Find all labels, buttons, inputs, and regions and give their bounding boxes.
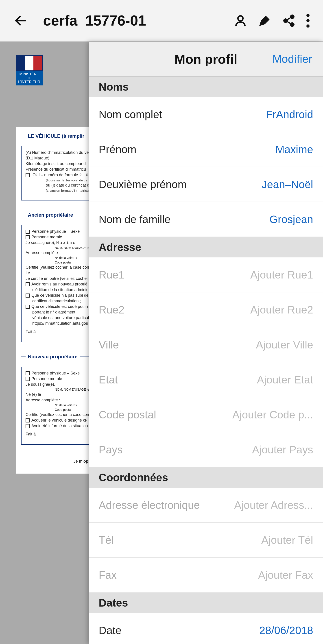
profile-panel: Mon profil Modifier Noms Nom complet FrA… [89, 42, 323, 644]
nouveau-c1-label: Acquérir le véhicule désigné ci- [32, 418, 87, 422]
row-ville[interactable]: Ville Ajouter Ville [89, 328, 323, 362]
vehicle-oui-label: OUI – numéro de formule [32, 173, 78, 177]
profile-icon[interactable] [234, 14, 247, 27]
svg-line-5 [287, 18, 291, 20]
row-value: Ajouter Ville [256, 338, 313, 351]
flag-icon [16, 55, 42, 71]
row-label: Nom complet [99, 108, 162, 121]
share-icon[interactable] [282, 14, 296, 27]
row-label: Tél [99, 534, 114, 546]
row-nom-famille[interactable]: Nom de famille Grosjean [89, 202, 323, 237]
row-label: Date [99, 624, 121, 636]
content-area: MINISTÈRE DE L'INTÉRIEUR CE (à ren LE VÉ… [0, 42, 323, 644]
vehicle-section-text: LE VÉHICULE (à remplir [26, 133, 86, 139]
checkbox-icon[interactable] [26, 230, 30, 234]
row-value: FrAndroid [266, 108, 313, 121]
row-prenom[interactable]: Prénom Maxime [89, 132, 323, 167]
row-value: Ajouter Code p... [232, 408, 313, 421]
row-nom-complet[interactable]: Nom complet FrAndroid [89, 97, 323, 132]
checkbox-icon[interactable] [26, 235, 30, 239]
back-icon[interactable] [14, 14, 28, 28]
profile-panel-title: Mon profil [174, 52, 237, 66]
row-value: Ajouter Rue2 [250, 304, 313, 316]
row-tel[interactable]: Tél Ajouter Tél [89, 523, 323, 558]
ancien-c1-label: Avoir remis au nouveau proprié [32, 282, 88, 286]
checkbox-icon[interactable] [26, 173, 30, 177]
document-title: cerfa_15776-01 [43, 12, 223, 29]
row-value: Ajouter Pays [252, 444, 313, 456]
checkbox-icon[interactable] [26, 305, 30, 309]
checkbox-icon[interactable] [26, 418, 30, 422]
pen-icon[interactable] [258, 14, 272, 27]
section-head-coordonnees: Coordonnées [89, 467, 323, 488]
checkbox-icon[interactable] [26, 377, 30, 381]
row-deuxieme-prenom[interactable]: Deuxième prénom Jean–Noël [89, 167, 323, 202]
section-head-adresse: Adresse [89, 237, 323, 258]
row-label: Pays [99, 444, 123, 456]
nouveau-section-text: Nouveau propriétaire [26, 354, 80, 360]
row-label: Rue2 [99, 304, 124, 316]
checkbox-icon[interactable] [26, 371, 30, 375]
ancien-soussigne-label: Je soussigné(e), [26, 240, 55, 245]
row-label: Prénom [99, 143, 136, 156]
svg-point-1 [238, 16, 243, 21]
row-email[interactable]: Adresse électronique Ajouter Adress... [89, 488, 323, 523]
nouveau-pp-label: Personne physique – Sexe [32, 371, 80, 375]
row-label: Etat [99, 374, 118, 386]
section-head-noms: Noms [89, 77, 323, 97]
modify-button[interactable]: Modifier [272, 52, 312, 66]
overflow-menu-icon[interactable] [306, 14, 310, 28]
row-rue1[interactable]: Rue1 Ajouter Rue1 [89, 258, 323, 292]
svg-point-2 [291, 15, 294, 18]
row-date[interactable]: Date 28/06/2018 [89, 613, 323, 644]
row-value: Ajouter Fax [258, 569, 313, 581]
checkbox-icon[interactable] [26, 294, 30, 298]
row-label: Deuxième prénom [99, 178, 186, 190]
row-label: Adresse électronique [99, 499, 200, 511]
svg-line-6 [287, 22, 291, 24]
profile-panel-header: Mon profil Modifier [89, 42, 323, 77]
row-value: Ajouter Adress... [234, 499, 313, 511]
row-value: Jean–Noël [262, 178, 313, 190]
vehicle-oui-value: 2 0 [79, 173, 89, 177]
ancien-pm-label: Personne morale [32, 235, 62, 239]
ancien-name: Maxime [56, 240, 76, 245]
row-label: Code postal [99, 408, 156, 421]
app-toolbar: cerfa_15776-01 [0, 0, 323, 42]
ancien-c3-label: Que ce véhicule est cédé pour r [32, 304, 88, 309]
row-pays[interactable]: Pays Ajouter Pays [89, 432, 323, 467]
row-value: 28/06/2018 [259, 624, 313, 636]
ministry-logo: MINISTÈRE DE L'INTÉRIEUR [16, 55, 42, 91]
checkbox-icon[interactable] [26, 424, 30, 428]
nouveau-pm-label: Personne morale [32, 376, 62, 381]
nouveau-c2-label: Avoir été informé de la situation [32, 424, 88, 428]
ancien-pp-label: Personne physique – Sexe [32, 229, 80, 234]
ministry-label: MINISTÈRE DE L'INTÉRIEUR [16, 71, 42, 86]
row-value: Maxime [276, 143, 313, 156]
section-head-dates: Dates [89, 593, 323, 613]
row-code-postal[interactable]: Code postal Ajouter Code p... [89, 397, 323, 432]
ancien-section-text: Ancien propriétaire [26, 212, 75, 218]
row-fax[interactable]: Fax Ajouter Fax [89, 558, 323, 593]
row-value: Ajouter Tél [261, 534, 313, 546]
row-value: Grosjean [270, 213, 313, 226]
row-etat[interactable]: Etat Ajouter Etat [89, 362, 323, 397]
row-rue2[interactable]: Rue2 Ajouter Rue2 [89, 292, 323, 328]
svg-point-4 [291, 23, 294, 26]
row-value: Ajouter Etat [257, 374, 313, 386]
row-label: Nom de famille [99, 213, 170, 226]
checkbox-icon[interactable] [26, 282, 30, 286]
profile-panel-body[interactable]: Noms Nom complet FrAndroid Prénom Maxime… [89, 77, 323, 644]
row-value: Ajouter Rue1 [250, 269, 313, 281]
ancien-c2-label: Que ce véhicule n'a pas subi de [32, 293, 88, 298]
row-label: Ville [99, 338, 119, 351]
row-label: Rue1 [99, 269, 124, 281]
svg-point-3 [284, 19, 287, 22]
row-label: Fax [99, 569, 117, 581]
